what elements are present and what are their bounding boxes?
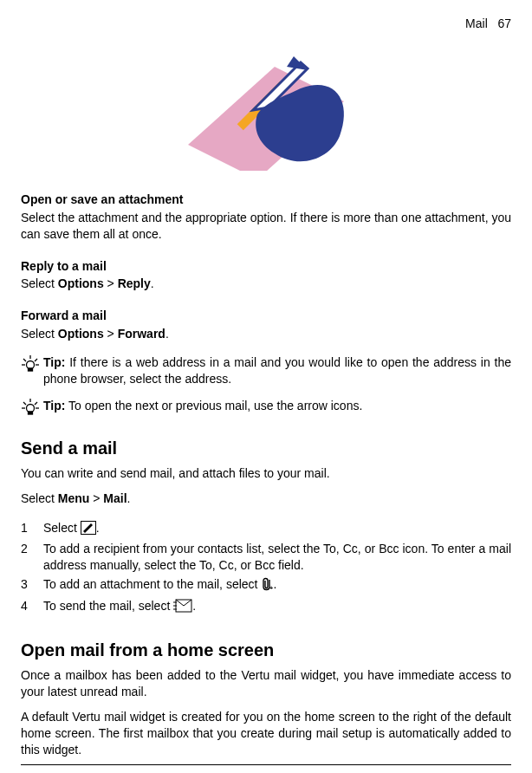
send-select-line: Select Menu > Mail.: [21, 490, 511, 507]
svg-line-13: [35, 402, 37, 405]
reply-body: Select Options > Reply.: [21, 276, 511, 292]
step-3-text-b: .: [273, 577, 276, 591]
send-steps: 1 Select . 2 To add a recipient from you…: [21, 517, 511, 620]
svg-line-5: [23, 359, 26, 361]
step-1-body: Select .: [43, 520, 511, 539]
svg-point-10: [27, 404, 35, 412]
step-1-num: 1: [21, 520, 33, 539]
svg-rect-16: [29, 412, 33, 414]
step-4-body: To send the mail, select .: [43, 598, 511, 617]
reply-prefix: Select: [21, 276, 58, 290]
step-2-num: 2: [21, 541, 33, 574]
step-3-body: To add an attachment to the mail, select…: [43, 576, 511, 595]
svg-rect-9: [29, 368, 33, 371]
step-3: 3 To add an attachment to the mail, sele…: [21, 576, 511, 595]
tip-1: Tip: If there is a web address in a mail…: [21, 354, 511, 387]
send-sep: >: [89, 491, 103, 505]
reply-title: Reply to a mail: [21, 258, 511, 275]
footer: © 2011 Vertu. All rights reserved.: [21, 764, 511, 773]
step-3-num: 3: [21, 576, 33, 595]
compose-icon: [81, 521, 96, 539]
home-p1: Once a mailbox has been added to the Ver…: [21, 667, 511, 700]
step-2: 2 To add a recipient from your contacts …: [21, 541, 511, 574]
send-suffix: .: [127, 491, 131, 505]
gesture-illustration: [21, 41, 511, 171]
step-4-text-b: .: [192, 599, 196, 613]
header-section: Mail: [465, 16, 488, 30]
step-4-num: 4: [21, 598, 33, 617]
tip-2-label: Tip:: [43, 399, 65, 412]
svg-line-12: [23, 402, 26, 405]
send-menu: Menu: [58, 491, 90, 505]
lightbulb-icon: [21, 398, 40, 419]
send-sel-prefix: Select: [21, 491, 58, 505]
forward-prefix: Select: [21, 327, 58, 341]
forward-options: Options: [58, 327, 104, 341]
tip-2: Tip: To open the next or previous mail, …: [21, 398, 511, 419]
reply-sep: >: [104, 276, 118, 290]
tip-1-body: If there is a web address in a mail and …: [43, 355, 511, 386]
step-4: 4 To send the mail, select .: [21, 598, 511, 617]
step-1-text-a: Select: [43, 521, 81, 535]
svg-marker-2: [287, 56, 308, 70]
page: Mail 67 Open or save an attachment Selec…: [0, 0, 532, 773]
forward-sep: >: [104, 327, 118, 341]
svg-line-6: [35, 359, 37, 361]
forward-body: Select Options > Forward.: [21, 326, 511, 342]
tip-1-label: Tip:: [43, 355, 65, 369]
svg-point-3: [27, 361, 35, 369]
step-1-text-b: .: [96, 521, 100, 535]
reply-options: Options: [58, 276, 104, 290]
tip-2-text: Tip: To open the next or previous mail, …: [43, 398, 362, 414]
reply-action: Reply: [118, 276, 151, 290]
lightbulb-icon: [21, 354, 40, 376]
attachment-body: Select the attachment and the appropriat…: [21, 210, 511, 243]
send-intro: You can write and send mail, and attach …: [21, 465, 511, 482]
tip-1-text: Tip: If there is a web address in a mail…: [43, 354, 511, 387]
home-screen-heading: Open mail from a home screen: [21, 639, 511, 662]
send-mail-heading: Send a mail: [21, 437, 511, 460]
header-page-number-value: 67: [497, 16, 511, 30]
step-1: 1 Select .: [21, 520, 511, 539]
step-3-text-a: To add an attachment to the mail, select: [43, 577, 261, 591]
step-2-body: To add a recipient from your contacts li…: [43, 541, 511, 574]
home-p2: A default Vertu mail widget is created f…: [21, 709, 511, 758]
forward-title: Forward a mail: [21, 308, 511, 324]
envelope-icon: [173, 599, 192, 617]
swipe-gesture-icon: [171, 41, 361, 171]
attachment-title: Open or save an attachment: [21, 192, 511, 208]
page-header: Mail 67: [21, 16, 511, 32]
forward-action: Forward: [118, 327, 165, 341]
paperclip-icon: +: [261, 577, 273, 595]
reply-suffix: .: [151, 276, 154, 290]
tip-2-body: To open the next or previous mail, use t…: [65, 399, 362, 412]
send-mail: Mail: [103, 491, 127, 505]
step-4-text-a: To send the mail, select: [43, 599, 173, 613]
forward-suffix: .: [165, 327, 169, 341]
